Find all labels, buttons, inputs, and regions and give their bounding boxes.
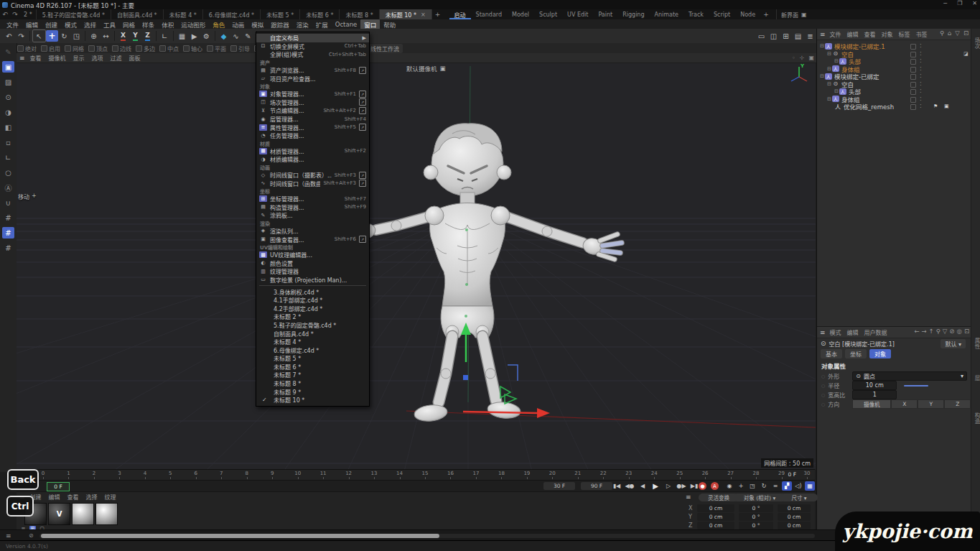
viewport[interactable]: ≡ 查看摄像机显示选项过滤面板◦⊹▣ <box>17 53 816 469</box>
layout-tab[interactable]: Node <box>735 9 760 19</box>
side-tab-takes[interactable]: 场次 <box>973 37 980 50</box>
side-tab-0[interactable]: 属性 <box>973 338 980 350</box>
render-picture-viewer-icon[interactable]: ▶ <box>188 30 200 42</box>
prev-frame-icon[interactable]: ◀ <box>637 481 648 491</box>
viewport-menu-2[interactable]: 显示 <box>70 54 88 62</box>
timeline-menu-icon[interactable]: ≡ <box>6 532 11 540</box>
layout-tab[interactable]: Track <box>683 9 709 19</box>
open-in-window-icon[interactable]: ↗ <box>359 91 366 98</box>
size-field[interactable]: 0 cm <box>778 513 811 521</box>
live-selection-icon[interactable]: ↖ <box>32 29 46 42</box>
layout-split-icon[interactable]: ◫ <box>767 30 780 42</box>
panel-menu-icon[interactable]: ≡ <box>686 494 691 501</box>
record-parameter-icon[interactable]: ≡ <box>770 481 780 491</box>
snap-option[interactable]: 启用 <box>41 45 60 52</box>
solo-animation-icon[interactable]: ▞ <box>782 481 792 491</box>
layout-tab[interactable]: Paint <box>593 9 617 19</box>
layout-tab[interactable]: Script <box>709 9 735 19</box>
up-icon[interactable]: ↑ <box>928 328 933 335</box>
layout-tab[interactable]: Model <box>507 9 534 19</box>
filter-icon[interactable]: ▽ <box>943 328 948 335</box>
polygons-mode-icon[interactable]: ◧ <box>2 121 14 133</box>
layer-toggle-icon[interactable] <box>910 59 916 65</box>
layer-toggle-icon[interactable] <box>910 44 916 50</box>
menu-item[interactable]: ∿时间线窗口（函数曲线）...Shift+Alt+F3↗ <box>256 179 369 187</box>
menu-item[interactable]: ▣对象管理器...Shift+F1↗ <box>256 90 369 98</box>
forward-icon[interactable]: → <box>921 328 926 335</box>
record-scale-icon[interactable]: ◳ <box>747 481 757 491</box>
viewport-menu-3[interactable]: 选项 <box>88 54 107 62</box>
lock-y-icon[interactable]: Y <box>129 30 141 42</box>
layout-tab[interactable]: Animate <box>650 9 684 19</box>
snap-option[interactable]: 多边 <box>136 45 155 52</box>
sound-icon[interactable]: ◁) <box>793 481 803 491</box>
frame-range-field[interactable]: 30 F <box>543 482 575 490</box>
menu-9[interactable]: 运动图形 <box>177 19 209 29</box>
visibility-dots-icon[interactable]: : <box>920 96 922 102</box>
render-view-icon[interactable]: ▦ <box>176 30 188 42</box>
move-gizmo[interactable] <box>461 323 550 418</box>
snap-option[interactable]: 中点 <box>159 45 179 52</box>
lock-x-icon[interactable]: X <box>117 30 129 42</box>
visibility-dots-icon[interactable]: : <box>920 65 922 72</box>
om-menu-5[interactable]: 书签 <box>913 30 930 38</box>
move-tool-icon[interactable]: + <box>46 30 58 42</box>
am-menu-1[interactable]: 编辑 <box>844 328 862 336</box>
visibility-dots-icon[interactable]: : <box>920 50 922 57</box>
menu-8[interactable]: 体积 <box>158 19 177 29</box>
panel-menu-icon[interactable]: ≣ <box>804 30 816 42</box>
object-tree-row[interactable]: ⊟人身体组: <box>820 96 971 103</box>
side-tab-2[interactable]: 构造 <box>973 412 980 425</box>
undo-icon[interactable]: ↶ <box>3 30 15 42</box>
menu-item[interactable]: ⊞坐标管理器...Shift+F7 <box>256 195 369 203</box>
layout-quad-icon[interactable]: ⊞ <box>780 30 792 42</box>
om-menu-4[interactable]: 标签 <box>896 30 913 38</box>
quantize-icon[interactable]: # <box>2 242 14 254</box>
layout-tab[interactable]: 启动 <box>449 9 471 19</box>
menu-item[interactable]: ▱项目资产检查器... <box>256 74 369 83</box>
visibility-dots-icon[interactable]: : <box>920 80 922 87</box>
camera-label[interactable]: 默认摄像机▣ <box>406 64 446 73</box>
play-icon[interactable]: ▶ <box>650 481 661 491</box>
menu-12[interactable]: 模拟 <box>248 19 267 29</box>
simulate-icon[interactable]: ∿ <box>230 30 242 42</box>
position-field[interactable]: 0 cm <box>697 522 734 529</box>
object-tree-row[interactable]: ⊟⊙空白: <box>820 80 971 88</box>
flag-tag-icon[interactable]: ⚑ <box>933 103 938 109</box>
viewport-menu-4[interactable]: 过滤 <box>107 54 126 62</box>
om-menu-2[interactable]: 查看 <box>862 30 879 38</box>
octane-icon[interactable]: ◆ <box>218 30 230 42</box>
size-field[interactable]: 0 cm <box>778 522 811 529</box>
menu-item[interactable]: 全屏(组)模式Ctrl+Shift+Tab <box>256 50 369 59</box>
menu-item[interactable]: ▭数字绘景 (Projection Man)... <box>256 276 369 284</box>
menu-item[interactable]: ▦材质管理器...Shift+F2 <box>256 147 369 156</box>
spline-pen-icon[interactable]: ✎ <box>242 30 254 42</box>
material-thumbnail[interactable] <box>95 503 118 525</box>
document-tab[interactable]: 自制面具.c4d * <box>111 9 164 19</box>
om-menu-3[interactable]: 对象 <box>879 30 896 38</box>
add-layout-button[interactable]: + <box>760 9 772 19</box>
layer-toggle-icon[interactable] <box>910 52 916 57</box>
model-mode-icon[interactable]: ▣ <box>2 61 14 73</box>
go-start-icon[interactable]: ▮◀ <box>611 481 622 491</box>
material-menu-2[interactable]: 查看 <box>64 493 83 501</box>
recent-document-item[interactable]: 未标题 4 * <box>256 338 369 346</box>
lock-z-icon[interactable]: Z <box>141 30 154 42</box>
layout-tab[interactable]: Sculpt <box>534 9 562 19</box>
layout-tab[interactable]: UV Edit <box>562 9 593 19</box>
orientation-Y[interactable]: Y <box>918 399 944 409</box>
menu-item[interactable]: ⊡切换全屏模式Ctrl+Tab <box>256 42 369 51</box>
layout-single-icon[interactable]: ▭ <box>755 30 767 42</box>
autokey-icon[interactable]: A <box>711 482 719 490</box>
viewport-canvas[interactable] <box>17 62 816 469</box>
position-field[interactable]: 0 cm <box>697 513 734 521</box>
menu-item[interactable]: ◔任务管理器... <box>256 131 369 140</box>
object-tree-row[interactable]: ⊟⊙空白:◪ <box>820 50 971 58</box>
close-tab-icon[interactable]: × <box>421 11 426 18</box>
popout-icon[interactable]: ⊡ <box>964 328 969 335</box>
panel-menu-icon[interactable]: ≡ <box>820 329 826 336</box>
texture-mode-icon[interactable]: ▨ <box>2 76 14 88</box>
menu-0[interactable]: 文件 <box>3 19 22 29</box>
tab-基本[interactable]: 基本 <box>821 349 842 358</box>
radius-slider[interactable] <box>904 385 928 386</box>
